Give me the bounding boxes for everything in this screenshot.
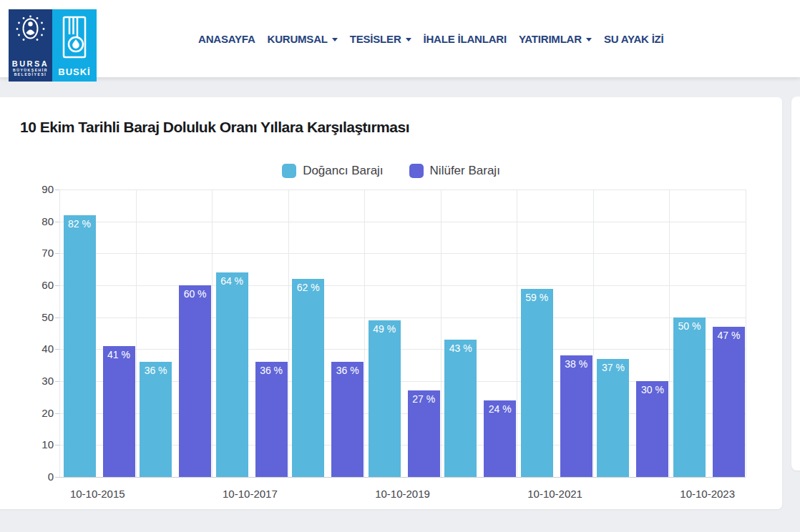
bursa-crest-icon: [14, 14, 47, 51]
y-tick-label: 0: [18, 470, 54, 484]
nav-label: KURUMSAL: [268, 33, 328, 45]
bar-value-label: 64 %: [216, 275, 248, 287]
bar-nilufer-10-10-2017[interactable]: 36 %: [255, 362, 288, 477]
side-card-partial: [791, 97, 800, 471]
buski-logo-text: BUSKİ: [58, 66, 90, 77]
nav-item-tesisler[interactable]: TESİSLER: [350, 33, 411, 45]
x-gridline: [212, 189, 213, 477]
chevron-down-icon: [406, 38, 411, 41]
bar-doganci-10-10-2022[interactable]: 37 %: [597, 359, 629, 477]
bar-chart-plot-area: 010203040506070809082 %36 %64 %62 %49 %4…: [0, 97, 782, 509]
y-gridline: [59, 317, 746, 318]
x-gridline: [59, 189, 60, 477]
buski-droplet-icon: [60, 16, 89, 60]
bar-value-label: 36 %: [140, 365, 172, 376]
chart-card: 10 Ekim Tarihli Baraj Doluluk Oranı Yıll…: [0, 97, 782, 509]
nav-label: İHALE İLANLARI: [424, 33, 507, 45]
bar-value-label: 38 %: [560, 358, 592, 370]
bar-value-label: 62 %: [292, 282, 324, 293]
y-tick-label: 40: [18, 342, 54, 356]
nav-label: YATIRIMLAR: [519, 33, 582, 45]
x-gridline: [669, 189, 670, 477]
bar-doganci-10-10-2016[interactable]: 36 %: [140, 362, 172, 477]
x-gridline: [593, 189, 594, 477]
y-tick-label: 20: [18, 406, 54, 420]
bar-doganci-10-10-2023[interactable]: 50 %: [673, 317, 706, 477]
bar-value-label: 49 %: [369, 323, 401, 335]
x-gridline: [441, 189, 442, 477]
bar-nilufer-10-10-2019[interactable]: 27 %: [408, 390, 440, 477]
site-header: BURSA BÜYÜKŞEHİR BELEDİYESİ BUSKİ ANASAY…: [0, 0, 800, 77]
y-tick-label: 80: [18, 215, 54, 229]
chevron-down-icon: [332, 38, 338, 41]
x-tick-label: 10-10-2015: [51, 487, 144, 501]
nav-label: TESİSLER: [350, 33, 401, 45]
bar-value-label: 36 %: [255, 365, 288, 376]
y-gridline: [59, 349, 746, 350]
y-gridline: [59, 189, 746, 190]
y-tick-label: 90: [18, 182, 54, 197]
x-tick-label: 10-10-2017: [203, 487, 296, 501]
bar-value-label: 41 %: [103, 349, 135, 360]
x-axis-line: [59, 477, 746, 478]
bursa-municipality-logo: BURSA BÜYÜKŞEHİR BELEDİYESİ: [9, 9, 52, 82]
nav-item-yatirimlar[interactable]: YATIRIMLAR: [519, 33, 592, 45]
bar-value-label: 60 %: [179, 288, 211, 300]
x-tick-label: 10-10-2023: [661, 487, 754, 501]
y-gridline: [59, 253, 746, 254]
x-gridline: [746, 189, 746, 477]
bar-value-label: 59 %: [521, 292, 553, 303]
bar-value-label: 30 %: [636, 384, 668, 395]
bar-value-label: 50 %: [673, 320, 706, 332]
bar-doganci-10-10-2019[interactable]: 49 %: [369, 320, 401, 477]
nav-item-kurumsal[interactable]: KURUMSAL: [268, 33, 338, 45]
buski-logo: BUSKİ: [52, 9, 97, 82]
y-gridline: [59, 285, 746, 286]
bar-doganci-10-10-2021[interactable]: 59 %: [521, 289, 553, 478]
main-navigation: ANASAYFA KURUMSAL TESİSLER İHALE İLANLAR…: [198, 0, 664, 77]
bar-value-label: 27 %: [408, 393, 440, 405]
bar-nilufer-10-10-2023[interactable]: 47 %: [713, 327, 745, 477]
y-tick-label: 10: [18, 438, 54, 452]
bar-nilufer-10-10-2022[interactable]: 30 %: [636, 381, 668, 477]
chevron-down-icon: [586, 38, 592, 41]
bar-doganci-10-10-2018[interactable]: 62 %: [292, 279, 324, 477]
x-tick-label: 10-10-2019: [356, 487, 449, 501]
bar-nilufer-10-10-2020[interactable]: 24 %: [484, 400, 516, 477]
nav-item-su-ayak-izi[interactable]: SU AYAK İZİ: [604, 33, 664, 45]
bar-value-label: 36 %: [331, 365, 364, 376]
y-tick-label: 70: [18, 246, 54, 260]
nav-label: SU AYAK İZİ: [604, 33, 664, 45]
bar-value-label: 43 %: [444, 343, 477, 354]
x-tick-label: 10-10-2021: [509, 487, 602, 501]
bar-value-label: 82 %: [64, 218, 96, 230]
bar-nilufer-10-10-2016[interactable]: 60 %: [179, 285, 211, 477]
nav-item-anasayfa[interactable]: ANASAYFA: [198, 33, 255, 45]
bursa-logo-text-1: BURSA: [12, 59, 49, 68]
bar-value-label: 47 %: [713, 330, 745, 341]
x-gridline: [364, 189, 365, 477]
y-tick-label: 30: [18, 374, 54, 388]
x-gridline: [517, 189, 517, 477]
bar-nilufer-10-10-2021[interactable]: 38 %: [560, 355, 592, 477]
bar-value-label: 37 %: [597, 362, 629, 373]
y-tick-label: 60: [18, 278, 54, 292]
bar-doganci-10-10-2017[interactable]: 64 %: [216, 272, 248, 477]
x-gridline: [288, 189, 289, 477]
bar-nilufer-10-10-2018[interactable]: 36 %: [331, 362, 364, 477]
bar-nilufer-10-10-2015[interactable]: 41 %: [103, 346, 135, 477]
bar-doganci-10-10-2020[interactable]: 43 %: [444, 340, 477, 477]
bar-value-label: 24 %: [484, 403, 516, 415]
nav-item-ihale-ilanlari[interactable]: İHALE İLANLARI: [424, 33, 507, 45]
y-tick-label: 50: [18, 310, 54, 325]
bar-doganci-10-10-2015[interactable]: 82 %: [64, 215, 96, 477]
nav-label: ANASAYFA: [198, 33, 255, 45]
bursa-logo-text-3: BELEDİYESİ: [14, 72, 47, 77]
y-gridline: [59, 222, 746, 222]
site-logo[interactable]: BURSA BÜYÜKŞEHİR BELEDİYESİ BUSKİ: [9, 9, 97, 82]
x-gridline: [136, 189, 137, 477]
